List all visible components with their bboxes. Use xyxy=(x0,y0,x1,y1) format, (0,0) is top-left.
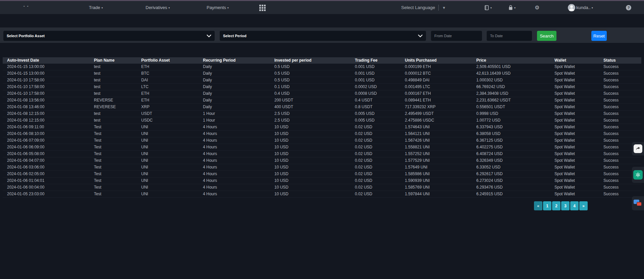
search-button[interactable]: Search xyxy=(537,31,556,41)
logo[interactable]: - - xyxy=(23,4,29,8)
chevron-down-icon xyxy=(418,34,423,38)
pagination-page-3[interactable]: 3 xyxy=(561,201,570,210)
table-cell: Success xyxy=(599,164,637,170)
table-cell: 10 USD xyxy=(270,191,351,197)
table-cell: Daily xyxy=(199,64,270,70)
table-cell: test xyxy=(90,90,137,97)
column-header: Status xyxy=(599,57,637,64)
table-cell: Daily xyxy=(199,104,270,110)
pagination-page-2[interactable]: 2 xyxy=(552,201,560,210)
table-row: 2024-01-06 05:08:00TestUNI4 Hours10 USD0… xyxy=(3,151,641,157)
table-cell: 4 Hours xyxy=(199,184,270,191)
table-cell: 0.0008 USD xyxy=(351,90,400,97)
wallet-lock-button[interactable]: ▾ xyxy=(508,1,516,14)
table-cell: LTC xyxy=(137,84,199,90)
chevron-down-icon: ▾ xyxy=(168,6,170,9)
table-row: 2024-01-06 01:04:01TestUNI4 Hours10 USD0… xyxy=(3,178,641,184)
table-row: 2024-01-10 17:58:00testDAIDaily0.5 USD0.… xyxy=(3,77,641,84)
settings-button[interactable]: ⚙ xyxy=(535,1,539,14)
table-cell: Success xyxy=(599,191,637,197)
filter-panel: Select Portfolio Asset Select Period Sea… xyxy=(0,27,644,43)
table-row: 2024-01-08 13:46:00REVERESEXRPDaily400 U… xyxy=(3,104,641,111)
table-cell: 0.001495 LTC xyxy=(400,84,472,90)
table-cell: 10 USD xyxy=(270,184,351,191)
table-cell: REVERSE xyxy=(90,97,137,103)
table-cell: 2024-01-06 07:09:00 xyxy=(3,137,90,144)
period-select[interactable]: Select Period xyxy=(220,31,426,41)
table-cell: Success xyxy=(599,178,637,184)
table-row: 2024-01-08 12:15:00testUSDC1 Hour2.5 USD… xyxy=(3,117,641,124)
user-menu[interactable]: kunda.. ▾ xyxy=(568,1,593,14)
pagination-next[interactable]: » xyxy=(579,201,588,210)
table-cell: UNI xyxy=(137,157,199,164)
table-cell: Daily xyxy=(199,90,270,97)
table-cell: 400 USDT xyxy=(270,104,351,110)
table-cell: UNI xyxy=(137,124,199,130)
table-cell: 0.000167 ETH xyxy=(400,90,472,97)
table-cell: Success xyxy=(599,90,637,97)
table-cell: 2024-01-15 13:00:00 xyxy=(3,64,90,70)
table-cell: 4 Hours xyxy=(199,178,270,184)
pagination-prev[interactable]: « xyxy=(534,201,542,210)
table-cell: ETH xyxy=(137,97,199,103)
pagination-page-1[interactable]: 1 xyxy=(543,201,551,210)
to-date-input[interactable] xyxy=(490,34,529,38)
table-cell: 4 Hours xyxy=(199,191,270,197)
table-cell: UNI xyxy=(137,171,199,177)
portfolio-asset-select[interactable]: Select Portfolio Asset xyxy=(3,31,215,41)
table-cell: Success xyxy=(599,131,637,137)
table-body: 2024-01-15 13:00:00testETHDaily0.5 USD0.… xyxy=(3,64,641,198)
table-cell: 4 Hours xyxy=(199,157,270,164)
chat-extension-button[interactable] xyxy=(634,200,642,207)
table-cell: test xyxy=(90,77,137,83)
chevron-down-icon: ▼ xyxy=(442,6,446,10)
book-icon xyxy=(484,5,489,10)
table-cell: ETH xyxy=(137,90,199,97)
table-row: 2024-01-06 03:06:00TestUNI4 Hours10 USD0… xyxy=(3,164,641,171)
apps-grid-icon[interactable] xyxy=(259,5,266,11)
table-cell: 1.585986 UNI xyxy=(400,171,472,177)
from-date-input[interactable] xyxy=(434,34,479,38)
table-cell: 0.5 USD xyxy=(270,70,351,77)
pagination-page-4[interactable]: 4 xyxy=(570,201,579,210)
table-cell: Spot Wallet xyxy=(550,90,599,97)
table-cell: 10 USD xyxy=(270,144,351,150)
table-cell: 2024-01-08 12:15:00 xyxy=(3,111,90,117)
nav-menu-payments[interactable]: Payments ▾ xyxy=(207,1,229,14)
share-widget-dock xyxy=(632,142,644,155)
orders-book-button[interactable]: ▾ xyxy=(484,1,492,14)
table-cell: Spot Wallet xyxy=(550,137,599,144)
table-cell: Test xyxy=(90,137,137,144)
table-cell: Success xyxy=(599,137,637,144)
table-cell: 0.000012 BTC xyxy=(400,70,472,77)
table-cell: USDT xyxy=(137,111,199,117)
table-row: 2024-01-10 17:58:00testETHDaily0.4 USD0.… xyxy=(3,90,641,97)
table-cell: 0.000199 ETH xyxy=(400,64,472,70)
table-cell: 6.402275 USD xyxy=(472,144,550,150)
table-cell: 10 USD xyxy=(270,151,351,157)
help-button[interactable]: ? xyxy=(626,1,631,14)
table-cell: 2024-01-06 05:08:00 xyxy=(3,151,90,157)
openai-assistant-button[interactable] xyxy=(633,170,643,180)
table-cell: Success xyxy=(599,64,637,70)
table-cell: Spot Wallet xyxy=(550,171,599,177)
table-cell: 2024-01-05 23:03:00 xyxy=(3,191,90,197)
table-cell: Daily xyxy=(199,77,270,83)
language-selector[interactable]: Select Language ▼ xyxy=(401,1,446,14)
nav-menu-trade[interactable]: Trade ▾ xyxy=(89,1,103,14)
table-cell: UNI xyxy=(137,144,199,150)
share-button[interactable] xyxy=(634,144,642,153)
table-cell: Success xyxy=(599,97,637,103)
table-cell: test xyxy=(90,70,137,77)
nav-menu-derivatives[interactable]: Derivatives ▾ xyxy=(146,1,170,14)
column-header: Price xyxy=(472,57,550,64)
table-cell: 2024-01-06 00:04:00 xyxy=(3,184,90,191)
reset-button[interactable]: Reset xyxy=(591,31,607,41)
table-cell: Success xyxy=(599,171,637,177)
table-cell: 0.02 USD xyxy=(351,178,400,184)
table-cell: 0.001 USD xyxy=(351,77,400,83)
table-cell: 6.367125 USD xyxy=(472,137,550,144)
table-cell: 0.0002 USD xyxy=(351,84,400,90)
table-cell: 1.577529 UNI xyxy=(400,157,472,164)
table-cell: UNI xyxy=(137,164,199,170)
